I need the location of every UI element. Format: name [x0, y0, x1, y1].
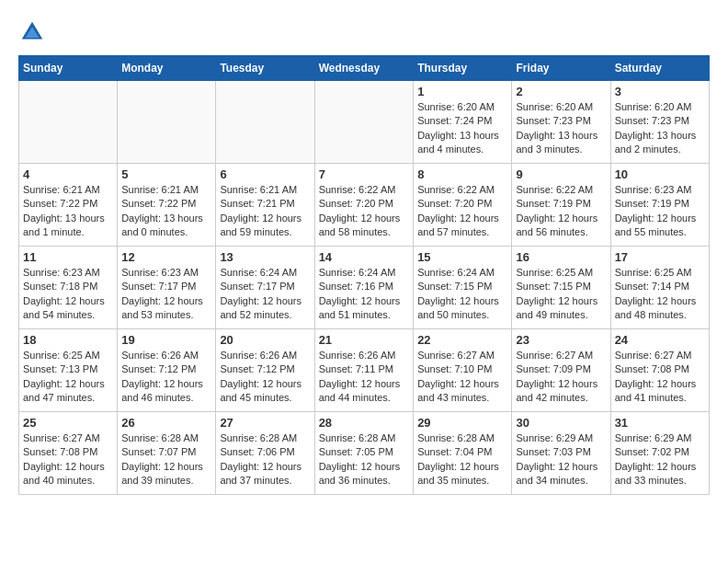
day-number: 3 [615, 85, 705, 98]
day-info: Sunrise: 6:28 AM Sunset: 7:06 PM Dayligh… [220, 431, 310, 488]
day-header-thursday: Thursday [414, 56, 512, 81]
calendar-cell: 22Sunrise: 6:27 AM Sunset: 7:10 PM Dayli… [414, 329, 512, 412]
calendar-cell: 14Sunrise: 6:24 AM Sunset: 7:16 PM Dayli… [314, 247, 414, 329]
calendar-cell: 12Sunrise: 6:23 AM Sunset: 7:17 PM Dayli… [118, 247, 216, 329]
calendar-cell: 20Sunrise: 6:26 AM Sunset: 7:12 PM Dayli… [216, 329, 314, 412]
day-info: Sunrise: 6:24 AM Sunset: 7:15 PM Dayligh… [417, 266, 507, 323]
calendar-cell: 27Sunrise: 6:28 AM Sunset: 7:06 PM Dayli… [216, 412, 314, 495]
day-info: Sunrise: 6:27 AM Sunset: 7:08 PM Dayligh… [23, 431, 113, 488]
day-number: 13 [220, 250, 310, 264]
day-number: 26 [121, 416, 211, 430]
day-number: 22 [417, 333, 507, 347]
week-row-3: 11Sunrise: 6:23 AM Sunset: 7:18 PM Dayli… [19, 247, 710, 329]
day-header-tuesday: Tuesday [216, 56, 314, 81]
calendar-cell: 1Sunrise: 6:20 AM Sunset: 7:24 PM Daylig… [414, 81, 512, 164]
day-info: Sunrise: 6:24 AM Sunset: 7:17 PM Dayligh… [220, 266, 310, 323]
day-number: 25 [23, 416, 113, 430]
day-number: 7 [319, 167, 410, 181]
day-number: 21 [319, 333, 410, 347]
day-number: 14 [319, 250, 410, 264]
day-info: Sunrise: 6:25 AM Sunset: 7:14 PM Dayligh… [615, 266, 705, 323]
day-header-wednesday: Wednesday [314, 56, 414, 81]
day-info: Sunrise: 6:20 AM Sunset: 7:24 PM Dayligh… [417, 100, 507, 157]
day-info: Sunrise: 6:25 AM Sunset: 7:13 PM Dayligh… [23, 349, 113, 406]
calendar-cell [314, 81, 414, 164]
day-info: Sunrise: 6:23 AM Sunset: 7:18 PM Dayligh… [23, 266, 113, 323]
day-header-monday: Monday [118, 56, 216, 81]
calendar-cell: 29Sunrise: 6:28 AM Sunset: 7:04 PM Dayli… [414, 412, 512, 495]
calendar-cell: 5Sunrise: 6:21 AM Sunset: 7:22 PM Daylig… [118, 164, 216, 247]
day-info: Sunrise: 6:20 AM Sunset: 7:23 PM Dayligh… [516, 100, 606, 157]
day-header-friday: Friday [512, 56, 610, 81]
day-number: 20 [220, 333, 310, 347]
day-number: 30 [516, 416, 606, 430]
calendar-cell: 17Sunrise: 6:25 AM Sunset: 7:14 PM Dayli… [610, 247, 709, 329]
week-row-5: 25Sunrise: 6:27 AM Sunset: 7:08 PM Dayli… [19, 412, 710, 495]
day-number: 9 [516, 167, 606, 181]
day-number: 8 [417, 167, 507, 181]
day-number: 18 [23, 333, 113, 347]
day-info: Sunrise: 6:26 AM Sunset: 7:12 PM Dayligh… [121, 349, 211, 406]
week-row-4: 18Sunrise: 6:25 AM Sunset: 7:13 PM Dayli… [19, 329, 710, 412]
day-number: 1 [417, 85, 507, 98]
day-info: Sunrise: 6:25 AM Sunset: 7:15 PM Dayligh… [516, 266, 606, 323]
day-info: Sunrise: 6:22 AM Sunset: 7:20 PM Dayligh… [417, 183, 507, 240]
day-number: 17 [615, 250, 705, 264]
calendar-table: SundayMondayTuesdayWednesdayThursdayFrid… [18, 55, 710, 495]
day-info: Sunrise: 6:20 AM Sunset: 7:23 PM Dayligh… [615, 100, 705, 157]
day-info: Sunrise: 6:29 AM Sunset: 7:03 PM Dayligh… [516, 431, 606, 488]
day-header-saturday: Saturday [610, 56, 709, 81]
day-number: 10 [615, 167, 705, 181]
day-number: 6 [220, 167, 310, 181]
day-number: 16 [516, 250, 606, 264]
logo-icon [18, 18, 46, 46]
calendar-cell: 10Sunrise: 6:23 AM Sunset: 7:19 PM Dayli… [610, 164, 709, 247]
calendar-cell [19, 81, 118, 164]
day-info: Sunrise: 6:27 AM Sunset: 7:10 PM Dayligh… [417, 349, 507, 406]
day-info: Sunrise: 6:29 AM Sunset: 7:02 PM Dayligh… [615, 431, 705, 488]
day-number: 4 [23, 167, 113, 181]
day-info: Sunrise: 6:21 AM Sunset: 7:22 PM Dayligh… [121, 183, 211, 240]
day-info: Sunrise: 6:21 AM Sunset: 7:21 PM Dayligh… [220, 183, 310, 240]
day-header-sunday: Sunday [19, 56, 118, 81]
day-number: 11 [23, 250, 113, 264]
calendar-cell: 30Sunrise: 6:29 AM Sunset: 7:03 PM Dayli… [512, 412, 610, 495]
calendar-cell: 15Sunrise: 6:24 AM Sunset: 7:15 PM Dayli… [414, 247, 512, 329]
day-number: 19 [121, 333, 211, 347]
day-info: Sunrise: 6:22 AM Sunset: 7:19 PM Dayligh… [516, 183, 606, 240]
calendar-cell: 23Sunrise: 6:27 AM Sunset: 7:09 PM Dayli… [512, 329, 610, 412]
day-number: 29 [417, 416, 507, 430]
day-info: Sunrise: 6:21 AM Sunset: 7:22 PM Dayligh… [23, 183, 113, 240]
calendar-cell: 6Sunrise: 6:21 AM Sunset: 7:21 PM Daylig… [216, 164, 314, 247]
day-number: 24 [615, 333, 705, 347]
day-info: Sunrise: 6:28 AM Sunset: 7:04 PM Dayligh… [417, 431, 507, 488]
day-info: Sunrise: 6:23 AM Sunset: 7:17 PM Dayligh… [121, 266, 211, 323]
day-info: Sunrise: 6:28 AM Sunset: 7:07 PM Dayligh… [121, 431, 211, 488]
calendar-cell: 24Sunrise: 6:27 AM Sunset: 7:08 PM Dayli… [610, 329, 709, 412]
week-row-2: 4Sunrise: 6:21 AM Sunset: 7:22 PM Daylig… [19, 164, 710, 247]
page-header [18, 18, 710, 46]
day-info: Sunrise: 6:23 AM Sunset: 7:19 PM Dayligh… [615, 183, 705, 240]
day-info: Sunrise: 6:26 AM Sunset: 7:11 PM Dayligh… [319, 349, 410, 406]
day-info: Sunrise: 6:28 AM Sunset: 7:05 PM Dayligh… [319, 431, 410, 488]
calendar-cell: 26Sunrise: 6:28 AM Sunset: 7:07 PM Dayli… [118, 412, 216, 495]
day-info: Sunrise: 6:27 AM Sunset: 7:08 PM Dayligh… [615, 349, 705, 406]
day-info: Sunrise: 6:24 AM Sunset: 7:16 PM Dayligh… [319, 266, 410, 323]
calendar-cell: 8Sunrise: 6:22 AM Sunset: 7:20 PM Daylig… [414, 164, 512, 247]
calendar-cell: 18Sunrise: 6:25 AM Sunset: 7:13 PM Dayli… [19, 329, 118, 412]
calendar-cell [118, 81, 216, 164]
day-number: 23 [516, 333, 606, 347]
calendar-cell: 11Sunrise: 6:23 AM Sunset: 7:18 PM Dayli… [19, 247, 118, 329]
day-info: Sunrise: 6:26 AM Sunset: 7:12 PM Dayligh… [220, 349, 310, 406]
day-number: 27 [220, 416, 310, 430]
day-info: Sunrise: 6:22 AM Sunset: 7:20 PM Dayligh… [319, 183, 410, 240]
logo [18, 18, 50, 46]
calendar-cell: 16Sunrise: 6:25 AM Sunset: 7:15 PM Dayli… [512, 247, 610, 329]
week-row-1: 1Sunrise: 6:20 AM Sunset: 7:24 PM Daylig… [19, 81, 710, 164]
day-number: 15 [417, 250, 507, 264]
day-number: 12 [121, 250, 211, 264]
day-number: 2 [516, 85, 606, 98]
calendar-cell: 28Sunrise: 6:28 AM Sunset: 7:05 PM Dayli… [314, 412, 414, 495]
day-number: 31 [615, 416, 705, 430]
calendar-cell: 19Sunrise: 6:26 AM Sunset: 7:12 PM Dayli… [118, 329, 216, 412]
